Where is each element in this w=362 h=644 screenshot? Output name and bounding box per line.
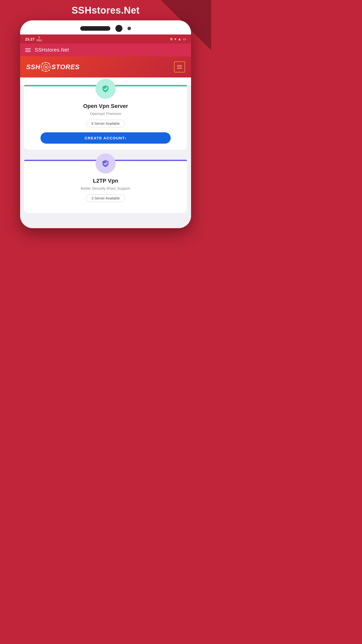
hero-menu-button[interactable] — [174, 61, 185, 72]
card1-server-badge: 8 Server Available — [86, 120, 125, 127]
card1-subtitle: Openvpn Premium — [29, 111, 182, 116]
create-account-button[interactable]: CREATE ACCOUNT› — [40, 132, 171, 144]
app-bar-title: SSHstores.Net — [35, 47, 69, 53]
openvpn-card: Open Vpn Server Openvpn Premium 8 Server… — [24, 85, 187, 150]
shield-purple-icon — [101, 159, 110, 168]
card2-subtitle: Better Security IPsec Support — [29, 186, 182, 190]
phone-bottom — [20, 218, 191, 228]
phone-frame: 23.27 0 KB/s ⊕ ▾ ▲ ▭ SSHstores.Net — [20, 20, 191, 228]
card2-title: L2TP Vpn — [29, 178, 182, 184]
data-unit: KB/s — [37, 39, 42, 42]
phone-notch-area — [20, 20, 191, 34]
status-left: 23.27 0 KB/s — [25, 36, 42, 42]
hamburger-line-2 — [25, 50, 31, 50]
card1-body: Open Vpn Server Openvpn Premium 8 Server… — [24, 99, 187, 132]
svg-point-11 — [46, 68, 47, 68]
hamburger-menu-button[interactable] — [25, 48, 31, 52]
hero-logo: SSH — [26, 61, 80, 72]
card1-title: Open Vpn Server — [29, 103, 182, 109]
card2-server-badge: 3 Server Available — [86, 194, 125, 202]
status-right: ⊕ ▾ ▲ ▭ — [170, 37, 186, 41]
status-time: 23.27 — [25, 37, 35, 41]
page-title: SSHstores.Net — [72, 5, 140, 16]
l2tp-card: L2TP Vpn Better Security IPsec Support 3… — [24, 160, 187, 213]
card2-icon-circle — [96, 153, 116, 174]
status-bar: 23.27 0 KB/s ⊕ ▾ ▲ ▭ — [20, 34, 191, 44]
battery-icon: ▭ — [183, 37, 186, 41]
status-data: 0 KB/s — [37, 36, 42, 42]
svg-point-1 — [43, 64, 48, 69]
logo-icon — [40, 61, 51, 72]
phone-speaker — [80, 26, 110, 31]
wifi-icon: ▾ — [174, 37, 176, 41]
menu-btn-line-1 — [177, 65, 182, 66]
card1-icon-wrapper — [24, 79, 187, 99]
phone-camera — [115, 25, 122, 32]
card2-body: L2TP Vpn Better Security IPsec Support 3… — [24, 174, 187, 207]
location-icon: ⊕ — [170, 37, 173, 41]
card2-icon-wrapper — [24, 153, 187, 174]
logo-stores: STORES — [51, 63, 79, 71]
app-bar: SSHstores.Net — [20, 44, 191, 56]
content-area: Open Vpn Server Openvpn Premium 8 Server… — [20, 85, 191, 218]
data-value: 0 — [37, 36, 42, 39]
menu-btn-line-3 — [177, 68, 182, 69]
signal-icon: ▲ — [178, 37, 181, 41]
hamburger-line-1 — [25, 48, 31, 49]
hamburger-line-3 — [25, 51, 31, 52]
shield-green-icon — [101, 84, 110, 93]
phone-dot — [127, 27, 131, 30]
menu-btn-line-2 — [177, 67, 182, 67]
svg-point-10 — [45, 68, 46, 68]
hero-banner: SSH — [20, 56, 191, 77]
card1-icon-circle — [96, 79, 116, 99]
logo-ssh: SSH — [26, 63, 40, 71]
